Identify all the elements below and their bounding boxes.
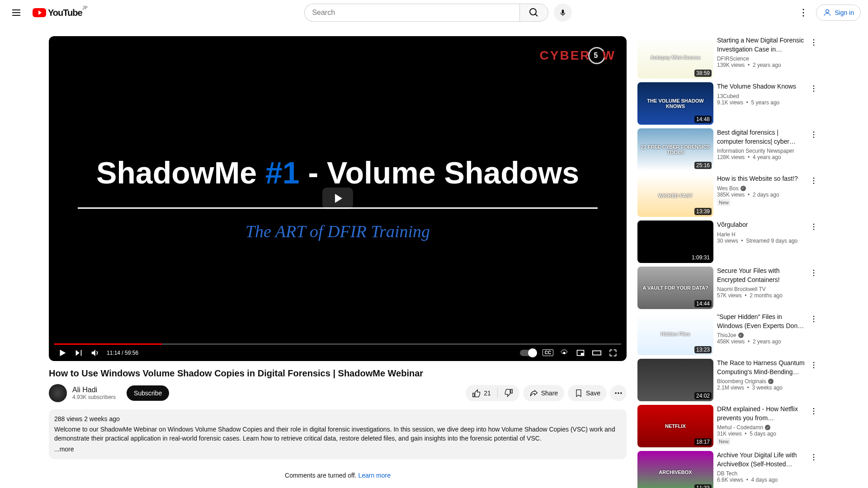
recommendation-thumbnail[interactable]: Autopsy Mini-Course38:59 [637,36,713,79]
recommendation-title[interactable]: "Super Hidden" Files in Windows (Even Ex… [717,313,805,330]
svg-rect-9 [593,351,601,355]
recommendation-thumbnail[interactable]: A VAULT FOR YOUR DATA?14:44 [637,267,713,309]
recommendation-channel[interactable]: DFIRScience [717,56,805,62]
recommendation-stats: 6.6K views • 4 days ago [717,477,805,483]
menu-button[interactable] [7,4,25,22]
recommendation-title[interactable]: DRM explained - How Netflix prevents you… [717,405,805,422]
recommendation-title[interactable]: Best digital forensics | computer forens… [717,128,805,146]
svg-point-21 [813,137,815,138]
recommendation-item[interactable]: THE VOLUME SHADOW KNOWS14:48The Volume S… [637,82,819,125]
channel-name[interactable]: Ali Hadi [72,386,116,394]
fullscreen-button[interactable] [605,345,621,361]
recommendation-meta: The Race to Harness Quantum Computing's … [717,359,805,401]
recommendation-menu-button[interactable] [808,82,819,125]
recommendation-channel[interactable]: 13Cubed [717,93,805,99]
recommendation-thumbnail[interactable]: NETFLIX18:17 [637,405,713,447]
recommendation-item[interactable]: Hidden Files13:23"Super Hidden" Files in… [637,313,819,355]
recommendation-menu-button[interactable] [808,174,819,217]
youtube-logo[interactable]: YouTube JP [33,8,82,18]
dislike-button[interactable] [498,385,519,401]
search-icon [528,7,539,18]
svg-point-23 [813,180,815,182]
cc-button[interactable]: CC [540,345,556,361]
recommendation-item[interactable]: 24:02The Race to Harness Quantum Computi… [637,359,819,401]
recommendation-channel[interactable]: Naomi Brockwell TV [717,286,805,292]
recommendation-thumbnail[interactable]: THE VOLUME SHADOW KNOWS14:48 [637,82,713,125]
recommendation-menu-button[interactable] [808,128,819,171]
recommendation-item[interactable]: WICKED FAST13:39How is this Website so f… [637,174,819,217]
recommendation-menu-button[interactable] [808,36,819,79]
recommendation-item[interactable]: ARCHIVEBOX11:33Archive Your Digital Life… [637,451,819,488]
recommendation-item[interactable]: A VAULT FOR YOUR DATA?14:44Secure Your F… [637,267,819,309]
recommendation-thumbnail[interactable]: ARCHIVEBOX11:33 [637,451,713,488]
miniplayer-button[interactable] [572,345,589,361]
slide-subtitle: The ART of DFIR Training [245,221,430,241]
recommendation-stats: 9.1K views • 5 years ago [717,99,805,106]
play-button[interactable] [54,345,71,361]
recommendation-channel[interactable]: Bloomberg Originals [717,378,805,385]
svg-point-41 [813,457,815,458]
recommendation-title[interactable]: Võrgulabor [717,221,805,230]
svg-point-30 [813,275,815,277]
vertical-dots-icon [809,38,818,47]
svg-point-6 [563,352,566,354]
next-button[interactable] [71,345,87,361]
channel-avatar[interactable] [49,384,67,402]
recommendation-title[interactable]: The Volume Shadow Knows [717,82,805,91]
settings-button[interactable] [556,345,572,361]
recommendation-title[interactable]: The Race to Harness Quantum Computing's … [717,359,805,376]
recommendation-channel[interactable]: Mehul - Codedamn [717,424,805,431]
recommendation-channel[interactable]: Wes Bos [717,185,805,192]
video-player[interactable]: CYBER 5 W ShadowMe #1 - Volume Shadows T… [49,36,627,361]
volume-icon [90,348,100,358]
autoplay-toggle[interactable] [520,350,536,356]
recommendation-menu-button[interactable] [808,451,819,488]
recommendation-channel[interactable]: DB Tech [717,470,805,477]
svg-point-17 [813,88,815,89]
recommendation-channel[interactable]: ThioJoe [717,332,805,338]
recommendation-item[interactable]: Autopsy Mini-Course38:59Starting a New D… [637,36,819,79]
theater-button[interactable] [589,345,605,361]
recommendation-menu-button[interactable] [808,221,819,263]
recommendation-thumbnail[interactable]: 24:02 [637,359,713,401]
signin-button[interactable]: Sign in [816,5,861,21]
recommendation-menu-button[interactable] [808,405,819,447]
vertical-dots-icon [809,84,818,93]
play-button-center[interactable] [322,188,353,209]
header-center [82,4,795,22]
recommendation-thumbnail[interactable]: 21 FREE CYBER FORENSICS TOOLS25:16 [637,128,713,171]
settings-button[interactable] [794,4,812,22]
recommendation-thumbnail[interactable]: WICKED FAST13:39 [637,174,713,217]
search-button[interactable] [519,4,548,22]
voice-search-button[interactable] [554,4,572,22]
recommendation-title[interactable]: How is this Website so fast!? [717,174,805,183]
vertical-dots-icon [809,314,818,324]
recommendation-title[interactable]: Secure Your Files with Encrypted Contain… [717,267,805,284]
recommendation-title[interactable]: Starting a New Digital Forensic Investig… [717,36,805,54]
recommendation-thumbnail[interactable]: 1:09:31 [637,221,713,263]
show-more-button[interactable]: ...more [54,445,74,454]
description-box[interactable]: 288 views 2 weeks ago Welcome to our Sha… [49,409,627,459]
recommendation-thumbnail[interactable]: Hidden Files13:23 [637,313,713,355]
share-button[interactable]: Share [523,385,564,401]
recommendation-title[interactable]: Archive Your Digital Life with ArchiveBo… [717,451,805,469]
svg-point-35 [813,365,815,366]
recommendation-item[interactable]: 21 FREE CYBER FORENSICS TOOLS25:16Best d… [637,128,819,171]
recommendation-item[interactable]: 1:09:31VõrgulaborHarle H30 views • Strea… [637,221,819,263]
recommendation-channel[interactable]: Information Security Newspaper [717,148,805,154]
recommendation-meta: VõrgulaborHarle H30 views • Streamed 9 d… [717,221,805,263]
recommendation-menu-button[interactable] [808,267,819,309]
learn-more-link[interactable]: Learn more [358,472,391,479]
more-actions-button[interactable] [610,385,627,401]
search-input[interactable] [304,4,519,22]
recommendation-channel[interactable]: Harle H [717,231,805,238]
share-icon [529,389,538,398]
svg-point-3 [803,12,804,14]
save-button[interactable]: Save [568,385,607,401]
recommendation-item[interactable]: NETFLIX18:17DRM explained - How Netflix … [637,405,819,447]
volume-button[interactable] [87,345,103,361]
subscribe-button[interactable]: Subscribe [127,385,169,401]
recommendation-menu-button[interactable] [808,359,819,401]
recommendation-menu-button[interactable] [808,313,819,355]
like-button[interactable]: 21 [466,385,497,401]
